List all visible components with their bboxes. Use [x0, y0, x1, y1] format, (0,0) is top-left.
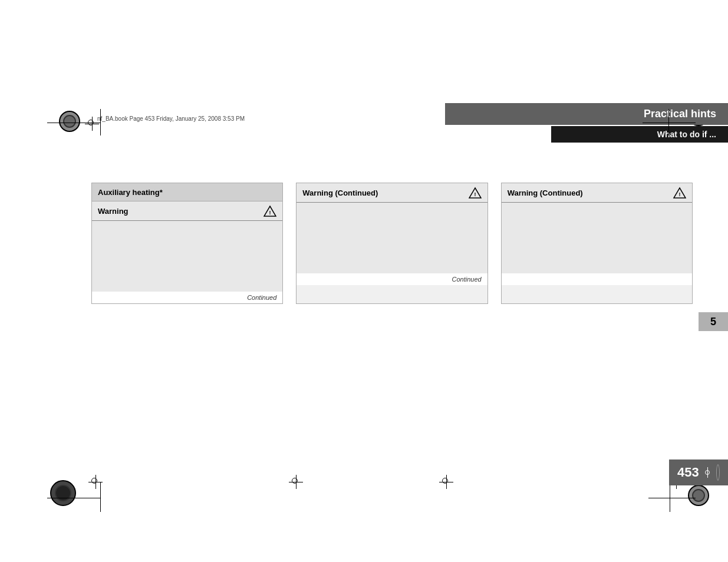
col1-header: Auxiliary heating*: [92, 183, 282, 201]
svg-text:!: !: [474, 191, 476, 197]
reg-mark-top-left-outer: [59, 111, 80, 132]
page-badge-circle: [716, 464, 720, 481]
col2-subheading-label: Warning (Continued): [302, 189, 378, 197]
reg-circle-bottom-right: [688, 485, 709, 506]
col1-continued: Continued: [92, 292, 282, 303]
col1-subheading: Warning !: [92, 201, 282, 221]
v-rule-top-right: [668, 109, 669, 135]
crosshair-bottom-center-right: [439, 475, 451, 487]
col3-continued: [502, 273, 692, 285]
warning-triangle-icon-2: !: [469, 187, 482, 199]
h-rule-bottom-right: [648, 498, 696, 498]
what-to-do-bar: What to do if ...: [551, 126, 728, 143]
page-badge-reg-mark: [707, 467, 708, 478]
reg-mark-bottom-right-outer: [688, 485, 709, 506]
column-2: Warning (Continued) ! Continued: [296, 183, 487, 304]
h-rule-bottom-left: [47, 498, 100, 498]
col1-body: [92, 221, 282, 292]
col1-heading: Auxiliary heating*: [98, 188, 163, 197]
col3-body: [502, 203, 692, 273]
reg-mark-bottom-left: [88, 475, 100, 487]
v-rule-bottom-right: [670, 482, 670, 512]
crosshair-bottom-left: [88, 475, 100, 487]
what-to-do-title: What to do if ...: [657, 130, 716, 139]
reg-circle-bottom-left: [50, 480, 76, 506]
col2-body: [297, 203, 487, 273]
col2-continued: Continued: [297, 273, 487, 285]
section-badge: 5: [699, 312, 728, 331]
column-1: Auxiliary heating* Warning ! Continued: [91, 183, 283, 304]
svg-text:!: !: [678, 191, 680, 197]
content-area: Auxiliary heating* Warning ! Continued W…: [91, 183, 693, 304]
page-badge: 453: [669, 459, 728, 485]
col3-subheading-label: Warning (Continued): [508, 189, 583, 197]
h-rule-top-left: [47, 123, 100, 123]
reg-mark-bottom-center-right: [439, 475, 451, 487]
file-info: nf_BA.book Page 453 Friday, January 25, …: [97, 115, 245, 122]
reg-mark-bottom-center-left: [289, 475, 301, 487]
warning-triangle-icon-1: !: [263, 205, 276, 217]
practical-hints-bar: Practical hints: [445, 103, 728, 125]
section-number: 5: [710, 316, 716, 328]
column-3: Warning (Continued) !: [501, 183, 693, 304]
col1-subheading-label: Warning: [98, 207, 129, 216]
reg-circle-inner-top-left: [63, 115, 76, 128]
page-number: 453: [677, 465, 699, 480]
h-rule-top-right: [643, 123, 696, 123]
col2-subheading: Warning (Continued) !: [297, 183, 487, 203]
v-rule-top-left: [100, 109, 101, 135]
practical-hints-title: Practical hints: [644, 108, 716, 120]
svg-text:!: !: [269, 210, 271, 216]
warning-triangle-icon-3: !: [673, 187, 686, 199]
col3-subheading: Warning (Continued) !: [502, 183, 692, 203]
reg-mark-bottom-left-outer: [50, 480, 76, 506]
reg-circle-top-left: [59, 111, 80, 132]
crosshair-bottom-center-left: [289, 475, 301, 487]
v-rule-bottom-left: [100, 482, 101, 512]
